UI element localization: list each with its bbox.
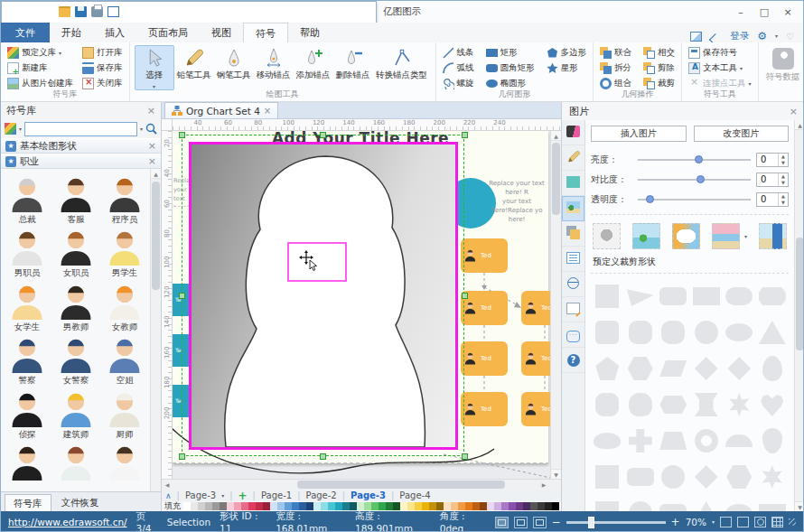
draw-tool-1[interactable]: 铅笔工具 — [174, 45, 214, 90]
crop-shape-circle[interactable] — [661, 465, 685, 489]
maximize-button[interactable]: □ — [753, 6, 776, 18]
fill-swatch[interactable] — [248, 502, 256, 510]
fill-swatch[interactable] — [241, 502, 248, 510]
island-thumb[interactable] — [632, 223, 660, 249]
draw-tool-0[interactable]: 选择▾ — [135, 45, 174, 90]
search-input[interactable] — [24, 122, 137, 136]
slider-track[interactable] — [638, 195, 751, 204]
library-section-basic-shapes[interactable]: ★ 基本绘图形状 × — [1, 138, 161, 154]
geo-op-4[interactable]: 剪除 — [641, 61, 677, 75]
scroll-up-icon[interactable]: ▲ — [795, 120, 804, 130]
slider-track[interactable] — [638, 155, 751, 164]
crop-shape-flower5[interactable] — [629, 393, 652, 416]
symbol-item-侦探[interactable]: 侦探 — [3, 387, 51, 441]
fill-swatch[interactable] — [292, 502, 299, 510]
fill-swatch[interactable] — [487, 502, 494, 510]
crop-shape-egg[interactable] — [762, 356, 782, 381]
zoom-area-icon[interactable] — [754, 517, 766, 527]
fill-swatch[interactable] — [198, 502, 205, 510]
symbol-item-16[interactable] — [51, 441, 100, 491]
fill-swatch[interactable] — [364, 502, 371, 510]
page-tab-3[interactable]: Page-4 — [399, 490, 430, 500]
geometry-tool-0[interactable]: 线条 — [441, 45, 476, 60]
chevron-down-icon[interactable]: ▾ — [19, 126, 22, 132]
document-tab[interactable]: Org Chart Set 4 × — [164, 102, 278, 118]
add-page-button[interactable]: + — [238, 490, 248, 502]
minimize-button[interactable]: – — [729, 6, 753, 18]
page-tab-0[interactable]: Page-1 — [261, 490, 292, 500]
geo-op-1[interactable]: 拆分 — [598, 61, 633, 75]
menu-tab-6[interactable]: 帮助 — [288, 23, 332, 42]
symbol-item-女教师[interactable]: 女教师 — [100, 280, 149, 333]
fill-swatch[interactable] — [429, 502, 436, 510]
bottom-tab-1[interactable]: 文件恢复 — [53, 494, 108, 511]
symbol-item-客服[interactable]: 客服 — [51, 173, 100, 226]
zoom-slider[interactable] — [566, 521, 666, 524]
crop-shape-roundrect[interactable] — [627, 468, 654, 486]
geo-op-3[interactable]: 相交 — [641, 45, 677, 60]
crop-shape-stadium[interactable] — [725, 287, 753, 305]
crop-shape-hexagon[interactable] — [726, 465, 752, 489]
fill-swatch[interactable] — [444, 502, 451, 510]
symbol-item-男教师[interactable]: 男教师 — [51, 280, 100, 333]
scroll-left-icon[interactable]: ◀ — [162, 480, 173, 490]
color-swatch-tab[interactable] — [562, 171, 584, 196]
fill-swatch[interactable] — [227, 502, 234, 510]
selection-handle[interactable] — [462, 453, 468, 460]
fill-swatch[interactable] — [299, 502, 306, 510]
full-view-icon[interactable] — [514, 517, 528, 528]
fill-swatch[interactable] — [350, 502, 357, 510]
symbol-item-女警察[interactable]: 女警察 — [51, 333, 100, 387]
fill-swatch[interactable] — [220, 502, 227, 510]
crop-shape-drop[interactable] — [762, 428, 782, 453]
favorite-icon[interactable]: ♡ — [786, 32, 794, 42]
fill-swatch[interactable] — [313, 502, 321, 510]
document-tab[interactable] — [562, 247, 584, 272]
value-spinner[interactable]: 0▲▼ — [756, 153, 789, 167]
resize-grip[interactable] — [789, 518, 796, 526]
insert-picture-button[interactable]: 插入图片 — [591, 126, 687, 142]
fill-swatch[interactable] — [371, 502, 379, 510]
crop-shape-square[interactable] — [595, 465, 619, 489]
org-chart-card[interactable]: Ted — [521, 341, 550, 376]
grayscale-thumb[interactable] — [593, 223, 621, 249]
grid-icon[interactable] — [771, 517, 783, 527]
crop-shape-star6[interactable] — [727, 393, 751, 416]
fill-swatch[interactable] — [530, 502, 538, 510]
crop-shape-pentagon[interactable] — [595, 357, 619, 380]
beach-thumb[interactable] — [712, 223, 740, 249]
fit-selection-icon[interactable] — [720, 517, 732, 527]
fill-swatch[interactable] — [501, 502, 509, 510]
symbol-item-总裁[interactable]: 总裁 — [3, 173, 51, 226]
fill-swatch[interactable] — [335, 502, 342, 510]
scrollbar-thumb[interactable] — [552, 143, 560, 215]
login-link[interactable]: 登录 — [730, 30, 749, 42]
print-icon[interactable] — [91, 6, 103, 17]
symbol-item-警察[interactable]: 警察 — [3, 333, 51, 387]
fill-swatch[interactable] — [321, 502, 328, 510]
drawing-viewport[interactable]: Add Your Title Here Replace your text he… — [173, 131, 550, 479]
fill-swatch[interactable] — [379, 502, 386, 510]
crop-shape-triangle[interactable] — [759, 321, 786, 344]
selection-handle[interactable] — [462, 132, 468, 138]
fill-swatch[interactable] — [422, 502, 429, 510]
draw-tool-2[interactable]: 钢笔工具 — [214, 45, 254, 90]
pencil-tool-tab[interactable] — [562, 145, 584, 171]
note-tab[interactable] — [562, 297, 584, 322]
fill-tool-tab[interactable] — [562, 120, 584, 145]
value-spinner[interactable]: 0▲▼ — [756, 173, 789, 187]
normal-view-icon[interactable] — [495, 517, 509, 528]
spin-up-icon[interactable]: ▲ — [779, 193, 788, 200]
chevron-down-icon[interactable]: ▾ — [140, 126, 143, 132]
fill-swatch[interactable] — [458, 502, 465, 510]
crop-shape-square[interactable] — [595, 501, 619, 511]
page-tab-1[interactable]: Page-2 — [306, 490, 337, 500]
zoom-level[interactable]: 70% — [686, 517, 706, 527]
slider-thumb[interactable] — [695, 155, 703, 163]
selection-handle[interactable] — [179, 293, 185, 299]
picture-tab[interactable] — [562, 196, 584, 221]
city-beach-thumb[interactable] — [759, 223, 787, 249]
crop-shape-roundrect[interactable] — [659, 287, 687, 305]
geometry-tool-6[interactable]: 多边形 — [545, 45, 589, 60]
menu-tab-0[interactable]: 文件 — [1, 23, 50, 42]
